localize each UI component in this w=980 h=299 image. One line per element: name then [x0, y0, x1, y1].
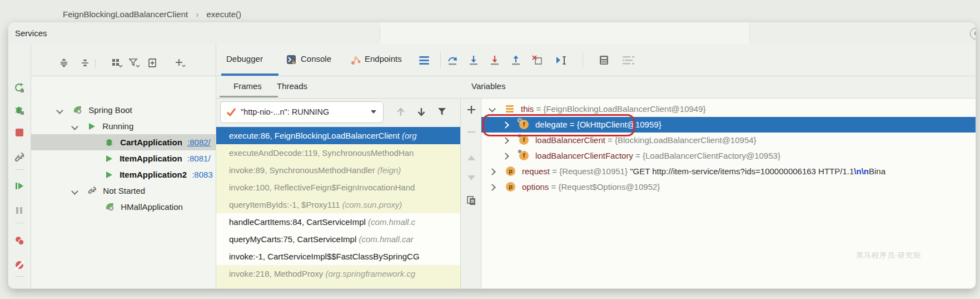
frame-row[interactable]: handleCartItems:84, CartServiceImpl (com… — [216, 213, 460, 231]
drop-frame-icon[interactable] — [532, 55, 542, 65]
next-frame-icon[interactable] — [416, 106, 427, 117]
active-subtab-underline — [220, 96, 278, 97]
duplicate-watch-icon[interactable] — [466, 195, 476, 205]
rerun-icon[interactable] — [14, 83, 24, 93]
breadcrumb-class[interactable]: FeignBlockingLoadBalancerClient — [63, 9, 188, 19]
field-icon: f — [519, 135, 529, 145]
tree-node-item-application[interactable]: ItemApplication :8081/ — [31, 150, 216, 166]
variable-name: delegate — [535, 120, 568, 129]
frame-row[interactable]: queryMyCarts:75, CartServiceImpl (com.hm… — [216, 231, 460, 248]
tab-threads[interactable]: Threads — [277, 76, 307, 98]
variable-row-delegate[interactable]: f delegate = {OkHttpClient@10959} — [481, 117, 976, 133]
tab-frames[interactable]: Frames — [233, 76, 262, 98]
frame-row[interactable]: execute:86, FeignBlockingLoadBalancerCli… — [216, 127, 460, 144]
variable-row-loadbalancerclient[interactable]: f loadBalancerClient = {BlockingLoadBala… — [481, 133, 976, 148]
stop-icon[interactable] — [14, 128, 24, 138]
frame-row[interactable]: executeAndDecode:119, SynchronousMethodH… — [216, 144, 460, 161]
tab-debugger[interactable]: Debugger — [226, 45, 263, 76]
variable-row-this[interactable]: this = {FeignBlockingLoadBalancerClient@… — [481, 101, 976, 117]
window-options-icon[interactable]: € — [970, 28, 976, 40]
mute-breakpoints-icon[interactable] — [14, 260, 24, 270]
view-breakpoints-icon[interactable] — [14, 236, 24, 246]
add-service-icon[interactable] — [175, 58, 185, 68]
step-over-icon[interactable] — [447, 55, 457, 65]
app-port-link[interactable]: :8082/ — [187, 138, 211, 147]
thread-selector[interactable]: "http-nio-...n": RUNNING — [220, 101, 384, 123]
variable-value: = {Request@10951} — [550, 166, 630, 176]
hide-frames-filter-icon[interactable] — [437, 107, 447, 117]
chevron-right-icon[interactable] — [502, 137, 509, 144]
toolbar-divider — [16, 169, 23, 170]
expand-all-icon[interactable] — [59, 58, 69, 68]
build-settings-wrench-icon[interactable] — [14, 152, 24, 162]
previous-frame-icon — [395, 106, 406, 117]
frame-row-partial[interactable] — [216, 282, 460, 288]
variable-row-request[interactable]: p request = {Request@10951} "GET http://… — [481, 164, 976, 179]
force-step-into-icon[interactable] — [490, 55, 500, 65]
variable-string-value: "GET http://item-service/items?ids=10000… — [630, 166, 854, 176]
add-tab-icon[interactable] — [147, 58, 157, 68]
chevron-down-icon[interactable] — [489, 105, 496, 112]
chevron-right-icon[interactable] — [502, 121, 509, 129]
tree-node-not-started[interactable]: Not Started — [31, 183, 216, 199]
debugger-tab-bar: Debugger Console Endpoints — [216, 45, 976, 76]
services-panel-title[interactable]: Services — [15, 22, 47, 45]
step-out-icon[interactable] — [511, 55, 521, 65]
variable-row-options[interactable]: p options = {Request$Options@10952} — [481, 179, 976, 195]
frame-text: queryMyCarts:75, CartServiceImpl — [229, 234, 359, 244]
toolbar-divider — [440, 52, 441, 68]
more-menu-icon[interactable] — [419, 56, 429, 66]
frames-panel: Frames Threads "http-nio-...n": RUNNING … — [216, 76, 460, 288]
app-port-link[interactable]: :8081/ — [187, 154, 211, 163]
tab-label: Threads — [277, 81, 307, 91]
this-value-icon — [506, 105, 514, 113]
variable-name: loadBalancerClientFactory — [535, 151, 633, 160]
tree-node-running[interactable]: Running — [31, 118, 216, 134]
variable-name: loadBalancerClient — [535, 135, 605, 145]
variable-value: = {BlockingLoadBalancerClient@10954} — [605, 135, 757, 145]
frames-tab-bar: Frames Threads — [216, 76, 460, 98]
pin-icon — [518, 149, 522, 154]
watermark: 黑马程序员-研究院 — [856, 251, 921, 261]
frame-row[interactable]: invoke:100, ReflectiveFeign$FeignInvocat… — [216, 179, 460, 196]
chevron-down-icon[interactable] — [71, 123, 78, 130]
frame-package: (com.hmall.c — [368, 217, 415, 227]
chevron-down-icon[interactable] — [56, 107, 63, 114]
spring-boot-icon — [72, 105, 82, 115]
breadcrumb-method[interactable]: execute() — [206, 9, 241, 19]
variable-value: = {LoadBalancerClientFactory@10953} — [633, 151, 780, 160]
step-into-icon[interactable] — [469, 55, 479, 65]
run-to-cursor-icon[interactable] — [556, 55, 566, 65]
evaluate-expression-icon[interactable] — [599, 55, 609, 65]
chevron-right-icon[interactable] — [489, 184, 496, 191]
resume-program-icon[interactable] — [14, 181, 24, 191]
chevron-down-icon[interactable] — [71, 188, 78, 195]
group-by-icon[interactable] — [112, 58, 122, 68]
toolbar-divider — [16, 223, 23, 223]
parameter-icon: p — [506, 166, 515, 176]
debug-bug-icon — [105, 138, 114, 147]
frame-row[interactable]: invoke:89, SynchronousMethodHandler (fei… — [216, 161, 460, 179]
chevron-right-icon[interactable] — [502, 153, 509, 160]
chevron-right-icon[interactable] — [489, 168, 496, 175]
ide-screenshot: FeignBlockingLoadBalancerClient › execut… — [0, 0, 980, 299]
panel-divider[interactable] — [216, 45, 216, 288]
frame-row[interactable]: invoke:-1, CartServiceImpl$$FastClassByS… — [216, 248, 460, 265]
add-watch-icon[interactable] — [466, 105, 476, 115]
tree-node-item-application2[interactable]: ItemApplication2 :8083 — [31, 166, 216, 183]
tree-node-hmall-application[interactable]: HMallApplication — [31, 199, 216, 215]
variable-value: = {FeignBlockingLoadBalancerClient@10949… — [534, 104, 705, 114]
tab-endpoints[interactable]: Endpoints — [365, 45, 402, 76]
frame-row[interactable]: invoke:218, MethodProxy (org.springframe… — [216, 265, 460, 282]
app-port-link[interactable]: :8083 — [192, 170, 213, 179]
collapse-all-icon[interactable] — [80, 58, 90, 68]
frame-row[interactable]: queryItemByIds:-1, $Proxy111 (com.sun.pr… — [216, 196, 460, 213]
filter-icon[interactable] — [129, 58, 139, 68]
debug-bug-icon[interactable] — [14, 105, 24, 115]
tree-node-cart-application[interactable]: CartApplication :8082/ — [31, 134, 216, 150]
tab-console[interactable]: Console — [301, 45, 331, 76]
tree-node-spring-boot[interactable]: Spring Boot — [31, 102, 216, 118]
pin-icon — [518, 134, 522, 138]
thread-status-check-icon — [226, 107, 236, 116]
variable-row-loadbalancerclientfactory[interactable]: f loadBalancerClientFactory = {LoadBalan… — [481, 148, 976, 164]
